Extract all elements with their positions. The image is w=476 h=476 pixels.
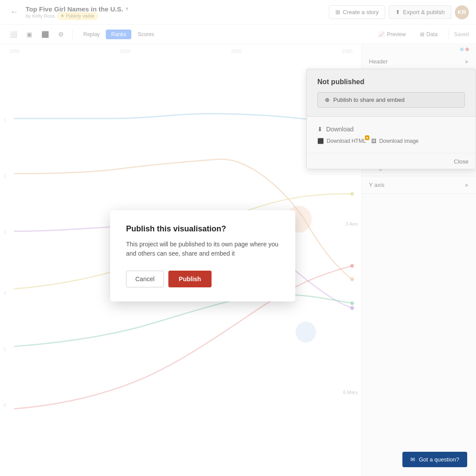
publish-modal: Publish this visualisation? This project…: [110, 210, 295, 301]
cancel-button[interactable]: Cancel: [126, 271, 164, 287]
modal-body: This project will be published to its ow…: [126, 240, 279, 258]
modal-backdrop: Publish this visualisation? This project…: [0, 0, 476, 476]
help-label: Got a question?: [419, 456, 459, 463]
publish-button[interactable]: Publish: [168, 271, 212, 287]
modal-title: Publish this visualisation?: [126, 224, 279, 234]
help-button[interactable]: ✉ Got a question?: [402, 452, 467, 467]
help-icon: ✉: [410, 456, 415, 463]
modal-actions: Cancel Publish: [126, 271, 279, 287]
